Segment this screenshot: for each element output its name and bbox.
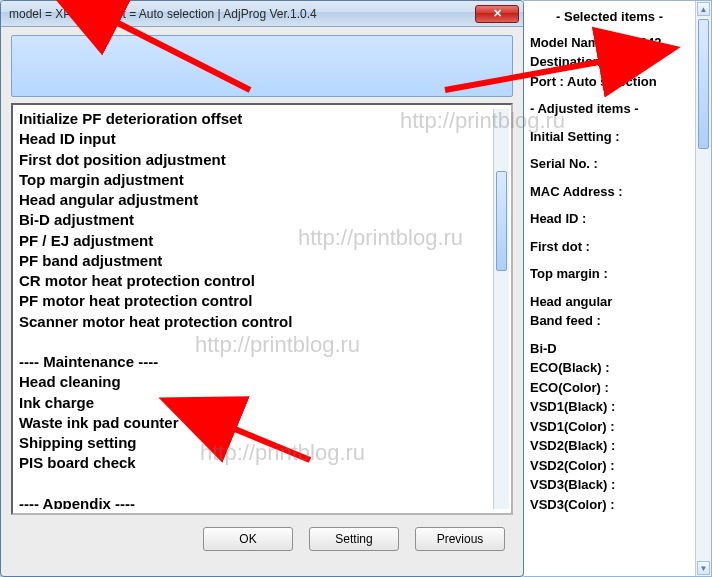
button-row: OK Setting Previous <box>1 515 523 551</box>
side-line: First dot : <box>530 237 689 257</box>
side-line: MAC Address : <box>530 182 689 202</box>
title-bar[interactable]: model = XP-342 | port = Auto selection |… <box>1 1 523 27</box>
side-line: Initial Setting : <box>530 127 689 147</box>
list-item[interactable]: PF / EJ adjustment <box>19 231 489 251</box>
previous-button[interactable]: Previous <box>415 527 505 551</box>
ok-button[interactable]: OK <box>203 527 293 551</box>
list-item[interactable]: Head cleaning <box>19 372 489 392</box>
close-button[interactable]: ✕ <box>475 5 519 23</box>
info-panel <box>11 35 513 97</box>
setting-button[interactable]: Setting <box>309 527 399 551</box>
list-item[interactable]: ---- Maintenance ---- <box>19 352 489 372</box>
side-line: Serial No. : <box>530 154 689 174</box>
bid-line: VSD2(Black) : <box>530 436 689 456</box>
list-item[interactable]: Scanner motor heat protection control <box>19 312 489 332</box>
side-content: - Selected items - Model Name : XP-342 D… <box>524 1 695 576</box>
list-item[interactable]: PF motor heat protection control <box>19 291 489 311</box>
list-item[interactable] <box>19 332 489 352</box>
head-angular-line2: Band feed : <box>530 311 689 331</box>
side-line: Head ID : <box>530 209 689 229</box>
list-item[interactable]: First dot position adjustment <box>19 150 489 170</box>
adjustment-list: Initialize PF deterioration offsetHead I… <box>11 103 513 515</box>
scroll-up-icon[interactable]: ▲ <box>697 2 710 16</box>
close-icon: ✕ <box>493 7 502 20</box>
list-item[interactable]: Top margin adjustment <box>19 170 489 190</box>
side-panel: - Selected items - Model Name : XP-342 D… <box>524 0 712 577</box>
bid-line: ECO(Color) : <box>530 378 689 398</box>
destination-line: Destination : ESP <box>530 52 689 72</box>
adjusted-items-header: - Adjusted items - <box>530 99 689 119</box>
bid-line: ECO(Black) : <box>530 358 689 378</box>
list-content[interactable]: Initialize PF deterioration offsetHead I… <box>19 109 489 509</box>
list-item[interactable]: ---- Appendix ---- <box>19 494 489 509</box>
side-line: Top margin : <box>530 264 689 284</box>
head-angular-line1: Head angular <box>530 292 689 312</box>
scrollbar-thumb[interactable] <box>496 171 507 271</box>
selected-items-header: - Selected items - <box>530 7 689 27</box>
main-window: model = XP-342 | port = Auto selection |… <box>0 0 524 577</box>
bid-line: VSD1(Black) : <box>530 397 689 417</box>
bid-line: VSD2(Color) : <box>530 456 689 476</box>
port-line: Port : Auto selection <box>530 72 689 92</box>
list-item[interactable]: Ink charge <box>19 393 489 413</box>
scroll-down-icon[interactable]: ▼ <box>697 561 710 575</box>
window-title: model = XP-342 | port = Auto selection |… <box>5 7 475 21</box>
list-item[interactable]: Bi-D adjustment <box>19 210 489 230</box>
list-scrollbar[interactable] <box>493 109 509 509</box>
list-item[interactable]: Head ID input <box>19 129 489 149</box>
bid-line: VSD3(Color) : <box>530 495 689 515</box>
bid-header: Bi-D <box>530 339 689 359</box>
list-item[interactable]: Head angular adjustment <box>19 190 489 210</box>
model-name-line: Model Name : XP-342 <box>530 33 689 53</box>
list-item[interactable]: CR motor heat protection control <box>19 271 489 291</box>
bid-line: VSD3(Black) : <box>530 475 689 495</box>
list-item[interactable]: Shipping setting <box>19 433 489 453</box>
list-item[interactable]: Waste ink pad counter <box>19 413 489 433</box>
list-item[interactable] <box>19 474 489 494</box>
side-scrollbar-thumb[interactable] <box>698 19 709 149</box>
bid-line: VSD1(Color) : <box>530 417 689 437</box>
list-item[interactable]: PIS board check <box>19 453 489 473</box>
list-item[interactable]: Initialize PF deterioration offset <box>19 109 489 129</box>
list-item[interactable]: PF band adjustment <box>19 251 489 271</box>
side-scrollbar[interactable]: ▲ ▼ <box>695 1 711 576</box>
